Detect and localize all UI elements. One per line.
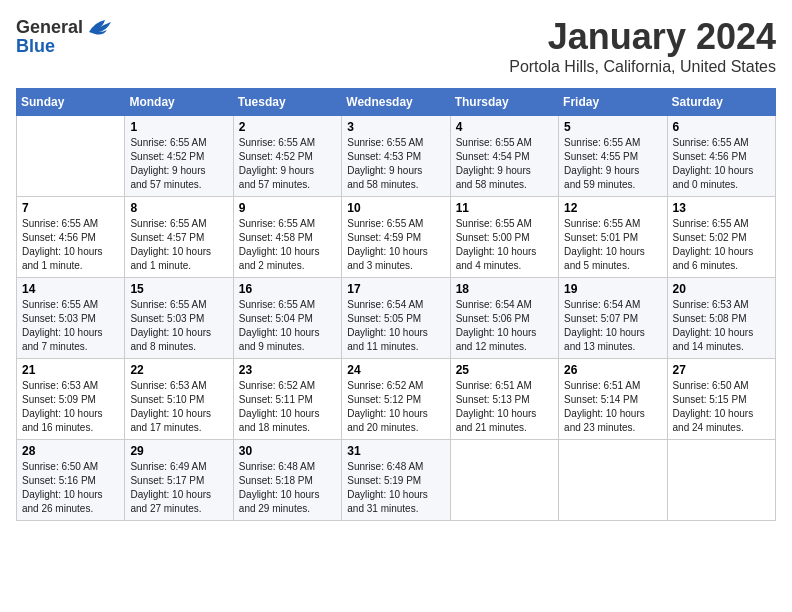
day-number: 24 [347, 363, 444, 377]
calendar-cell: 29Sunrise: 6:49 AMSunset: 5:17 PMDayligh… [125, 440, 233, 521]
calendar-cell: 26Sunrise: 6:51 AMSunset: 5:14 PMDayligh… [559, 359, 667, 440]
calendar-cell: 3Sunrise: 6:55 AMSunset: 4:53 PMDaylight… [342, 116, 450, 197]
day-info: Sunrise: 6:54 AMSunset: 5:05 PMDaylight:… [347, 298, 444, 354]
day-number: 17 [347, 282, 444, 296]
calendar-cell [17, 116, 125, 197]
header-wednesday: Wednesday [342, 89, 450, 116]
calendar-cell: 6Sunrise: 6:55 AMSunset: 4:56 PMDaylight… [667, 116, 775, 197]
day-info: Sunrise: 6:55 AMSunset: 4:54 PMDaylight:… [456, 136, 553, 192]
calendar-cell: 24Sunrise: 6:52 AMSunset: 5:12 PMDayligh… [342, 359, 450, 440]
day-number: 28 [22, 444, 119, 458]
day-number: 13 [673, 201, 770, 215]
calendar-cell: 23Sunrise: 6:52 AMSunset: 5:11 PMDayligh… [233, 359, 341, 440]
calendar-cell: 30Sunrise: 6:48 AMSunset: 5:18 PMDayligh… [233, 440, 341, 521]
day-info: Sunrise: 6:50 AMSunset: 5:16 PMDaylight:… [22, 460, 119, 516]
day-info: Sunrise: 6:55 AMSunset: 5:02 PMDaylight:… [673, 217, 770, 273]
day-info: Sunrise: 6:55 AMSunset: 4:52 PMDaylight:… [239, 136, 336, 192]
day-number: 9 [239, 201, 336, 215]
day-number: 19 [564, 282, 661, 296]
day-info: Sunrise: 6:49 AMSunset: 5:17 PMDaylight:… [130, 460, 227, 516]
day-number: 23 [239, 363, 336, 377]
calendar-cell: 19Sunrise: 6:54 AMSunset: 5:07 PMDayligh… [559, 278, 667, 359]
calendar-cell: 28Sunrise: 6:50 AMSunset: 5:16 PMDayligh… [17, 440, 125, 521]
day-info: Sunrise: 6:55 AMSunset: 4:57 PMDaylight:… [130, 217, 227, 273]
day-number: 8 [130, 201, 227, 215]
header: General Blue January 2024 Portola Hills,… [16, 16, 776, 76]
calendar-cell [559, 440, 667, 521]
calendar-cell: 27Sunrise: 6:50 AMSunset: 5:15 PMDayligh… [667, 359, 775, 440]
logo-blue-text: Blue [16, 36, 55, 57]
header-friday: Friday [559, 89, 667, 116]
header-sunday: Sunday [17, 89, 125, 116]
header-thursday: Thursday [450, 89, 558, 116]
day-info: Sunrise: 6:55 AMSunset: 5:03 PMDaylight:… [130, 298, 227, 354]
day-number: 22 [130, 363, 227, 377]
day-number: 18 [456, 282, 553, 296]
day-info: Sunrise: 6:55 AMSunset: 4:52 PMDaylight:… [130, 136, 227, 192]
day-number: 3 [347, 120, 444, 134]
location-title: Portola Hills, California, United States [509, 58, 776, 76]
logo-general-text: General [16, 17, 83, 38]
calendar-cell: 22Sunrise: 6:53 AMSunset: 5:10 PMDayligh… [125, 359, 233, 440]
week-row-5: 28Sunrise: 6:50 AMSunset: 5:16 PMDayligh… [17, 440, 776, 521]
calendar-cell: 13Sunrise: 6:55 AMSunset: 5:02 PMDayligh… [667, 197, 775, 278]
day-info: Sunrise: 6:53 AMSunset: 5:08 PMDaylight:… [673, 298, 770, 354]
day-info: Sunrise: 6:55 AMSunset: 5:01 PMDaylight:… [564, 217, 661, 273]
calendar-cell [667, 440, 775, 521]
day-info: Sunrise: 6:51 AMSunset: 5:13 PMDaylight:… [456, 379, 553, 435]
calendar-cell: 10Sunrise: 6:55 AMSunset: 4:59 PMDayligh… [342, 197, 450, 278]
week-row-1: 1Sunrise: 6:55 AMSunset: 4:52 PMDaylight… [17, 116, 776, 197]
day-number: 25 [456, 363, 553, 377]
calendar-cell: 31Sunrise: 6:48 AMSunset: 5:19 PMDayligh… [342, 440, 450, 521]
day-info: Sunrise: 6:54 AMSunset: 5:06 PMDaylight:… [456, 298, 553, 354]
day-number: 27 [673, 363, 770, 377]
title-area: January 2024 Portola Hills, California, … [509, 16, 776, 76]
day-info: Sunrise: 6:51 AMSunset: 5:14 PMDaylight:… [564, 379, 661, 435]
day-number: 10 [347, 201, 444, 215]
calendar-cell: 4Sunrise: 6:55 AMSunset: 4:54 PMDaylight… [450, 116, 558, 197]
calendar-cell: 5Sunrise: 6:55 AMSunset: 4:55 PMDaylight… [559, 116, 667, 197]
calendar-cell: 18Sunrise: 6:54 AMSunset: 5:06 PMDayligh… [450, 278, 558, 359]
day-number: 1 [130, 120, 227, 134]
day-info: Sunrise: 6:55 AMSunset: 4:58 PMDaylight:… [239, 217, 336, 273]
calendar-table: SundayMondayTuesdayWednesdayThursdayFrid… [16, 88, 776, 521]
day-info: Sunrise: 6:55 AMSunset: 5:00 PMDaylight:… [456, 217, 553, 273]
calendar-cell: 25Sunrise: 6:51 AMSunset: 5:13 PMDayligh… [450, 359, 558, 440]
calendar-cell: 17Sunrise: 6:54 AMSunset: 5:05 PMDayligh… [342, 278, 450, 359]
day-info: Sunrise: 6:55 AMSunset: 4:56 PMDaylight:… [22, 217, 119, 273]
week-row-4: 21Sunrise: 6:53 AMSunset: 5:09 PMDayligh… [17, 359, 776, 440]
calendar-cell: 8Sunrise: 6:55 AMSunset: 4:57 PMDaylight… [125, 197, 233, 278]
logo: General Blue [16, 16, 113, 57]
day-number: 21 [22, 363, 119, 377]
day-number: 14 [22, 282, 119, 296]
day-info: Sunrise: 6:48 AMSunset: 5:19 PMDaylight:… [347, 460, 444, 516]
day-number: 16 [239, 282, 336, 296]
month-title: January 2024 [509, 16, 776, 58]
day-number: 12 [564, 201, 661, 215]
day-info: Sunrise: 6:52 AMSunset: 5:11 PMDaylight:… [239, 379, 336, 435]
calendar-cell: 2Sunrise: 6:55 AMSunset: 4:52 PMDaylight… [233, 116, 341, 197]
calendar-cell [450, 440, 558, 521]
calendar-header-row: SundayMondayTuesdayWednesdayThursdayFrid… [17, 89, 776, 116]
day-number: 26 [564, 363, 661, 377]
calendar-cell: 7Sunrise: 6:55 AMSunset: 4:56 PMDaylight… [17, 197, 125, 278]
day-number: 20 [673, 282, 770, 296]
day-number: 5 [564, 120, 661, 134]
calendar-cell: 12Sunrise: 6:55 AMSunset: 5:01 PMDayligh… [559, 197, 667, 278]
day-info: Sunrise: 6:55 AMSunset: 5:04 PMDaylight:… [239, 298, 336, 354]
calendar-cell: 11Sunrise: 6:55 AMSunset: 5:00 PMDayligh… [450, 197, 558, 278]
day-number: 6 [673, 120, 770, 134]
calendar-cell: 16Sunrise: 6:55 AMSunset: 5:04 PMDayligh… [233, 278, 341, 359]
day-info: Sunrise: 6:54 AMSunset: 5:07 PMDaylight:… [564, 298, 661, 354]
day-info: Sunrise: 6:53 AMSunset: 5:10 PMDaylight:… [130, 379, 227, 435]
day-info: Sunrise: 6:48 AMSunset: 5:18 PMDaylight:… [239, 460, 336, 516]
day-number: 29 [130, 444, 227, 458]
calendar-cell: 15Sunrise: 6:55 AMSunset: 5:03 PMDayligh… [125, 278, 233, 359]
day-info: Sunrise: 6:55 AMSunset: 4:56 PMDaylight:… [673, 136, 770, 192]
day-number: 30 [239, 444, 336, 458]
calendar-cell: 1Sunrise: 6:55 AMSunset: 4:52 PMDaylight… [125, 116, 233, 197]
day-info: Sunrise: 6:55 AMSunset: 5:03 PMDaylight:… [22, 298, 119, 354]
week-row-2: 7Sunrise: 6:55 AMSunset: 4:56 PMDaylight… [17, 197, 776, 278]
calendar-cell: 21Sunrise: 6:53 AMSunset: 5:09 PMDayligh… [17, 359, 125, 440]
day-number: 7 [22, 201, 119, 215]
